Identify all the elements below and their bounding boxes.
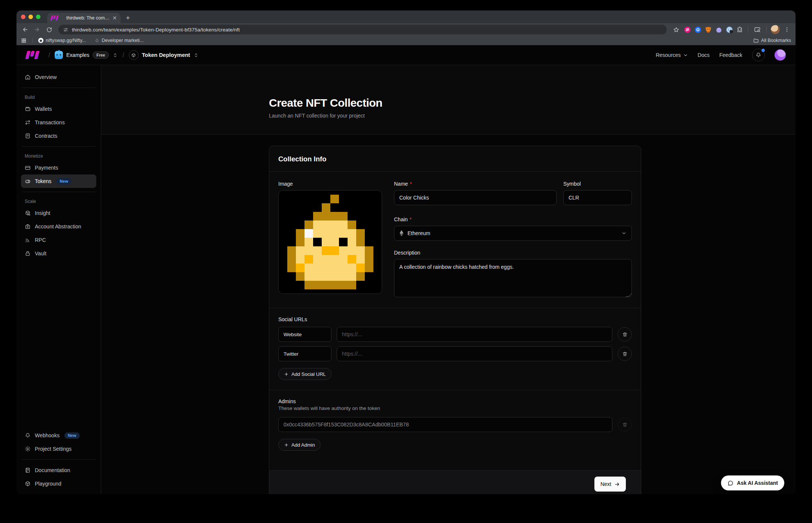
browser-tab[interactable]: thirdweb: The complete web3 ✕	[47, 13, 121, 23]
sidebar-section-label: Build	[25, 95, 93, 100]
extension-blue-dot-icon[interactable]	[694, 25, 702, 34]
bookmark-star-icon[interactable]	[671, 25, 681, 34]
site-settings-icon[interactable]	[63, 27, 69, 33]
sidebar-item-playground[interactable]: Playground	[21, 477, 96, 490]
delete-social-url-button[interactable]	[618, 347, 632, 361]
collection-image-upload[interactable]	[278, 190, 382, 294]
minimize-window-button[interactable]	[28, 15, 33, 19]
name-field: Name*	[394, 181, 557, 205]
sidebar-item-label: Wallets	[35, 106, 52, 112]
chain-select[interactable]: Ethereum	[394, 226, 632, 241]
book-icon	[25, 467, 31, 473]
social-url-input[interactable]	[337, 346, 612, 361]
ask-ai-assistant-button[interactable]: Ask AI Assistant	[721, 475, 784, 490]
toolbar-divider	[748, 26, 748, 33]
zoom-window-button[interactable]	[36, 15, 40, 19]
docs-link[interactable]: Docs	[698, 52, 710, 58]
browser-menu-icon[interactable]	[782, 25, 792, 34]
description-textarea[interactable]: A collection of rainbow chicks hatched f…	[394, 259, 632, 297]
chain-field: Chain* Ethereum	[394, 216, 632, 241]
add-admin-button[interactable]: Add Admin	[278, 439, 321, 451]
feedback-label: Feedback	[719, 52, 742, 58]
sidebar-item-wallets[interactable]: Wallets	[21, 102, 96, 116]
browser-profile-avatar[interactable]	[771, 25, 780, 34]
url-bar[interactable]: thirdweb.com/team/examples/Token-Deploym…	[58, 25, 667, 34]
extensions-puzzle-icon[interactable]	[736, 25, 744, 34]
admin-address-input[interactable]	[278, 417, 612, 432]
close-window-button[interactable]	[21, 15, 25, 19]
sidebar-item-rpc[interactable]: RPC	[21, 233, 96, 247]
next-button[interactable]: Next	[594, 477, 626, 492]
name-input[interactable]	[394, 190, 557, 205]
sidebar-item-vault[interactable]: Vault	[21, 247, 96, 260]
metamask-icon[interactable]	[704, 25, 712, 34]
symbol-input[interactable]	[563, 190, 632, 205]
sidebar: Overview Build Wallets Trans	[16, 65, 101, 494]
sidebar-section-label: Scale	[25, 199, 93, 204]
sidebar-item-account-abstraction[interactable]: Account Abstraction	[21, 220, 96, 233]
delete-admin-button[interactable]	[618, 417, 632, 432]
bell-icon	[755, 52, 761, 58]
browser-window: thirdweb: The complete web3 ✕ + thirdweb…	[16, 10, 796, 494]
feedback-link[interactable]: Feedback	[719, 52, 742, 58]
social-platform-input[interactable]	[278, 327, 331, 342]
add-social-url-button[interactable]: Add Social URL	[278, 368, 331, 380]
social-url-input[interactable]	[337, 327, 612, 342]
sidebar-item-label: Account Abstraction	[35, 224, 81, 229]
delete-social-url-button[interactable]	[618, 327, 632, 341]
extension-clock-icon[interactable]	[725, 25, 733, 34]
bookmark-label: niftyswap.gg/Nifty...	[46, 38, 86, 43]
sidebar-item-overview[interactable]: Overview	[21, 70, 96, 84]
sidebar-item-webhooks[interactable]: Webhooks New	[21, 429, 96, 442]
chevrons-up-down-icon[interactable]	[112, 52, 118, 58]
cube-search-icon	[25, 210, 31, 216]
sidebar-divider	[22, 88, 96, 88]
bookmark-item[interactable]: niftyswap.gg/Nifty...	[38, 38, 86, 43]
bookmark-item[interactable]: Developer marketi...	[95, 38, 143, 43]
chevrons-up-down-icon[interactable]	[193, 52, 199, 58]
url-text: thirdweb.com/team/examples/Token-Deploym…	[72, 27, 240, 33]
extension-pink-icon[interactable]	[683, 25, 691, 34]
tab-search-icon[interactable]	[752, 25, 762, 34]
sidebar-item-insight[interactable]: Insight	[21, 206, 96, 220]
sidebar-item-tokens[interactable]: Tokens New	[21, 174, 96, 188]
breadcrumb-slash: /	[48, 51, 50, 59]
card-title: Collection Info	[278, 155, 632, 163]
back-icon[interactable]	[20, 25, 30, 34]
phantom-icon[interactable]	[715, 25, 723, 34]
team-name: Examples	[66, 52, 89, 58]
tab-close-icon[interactable]: ✕	[112, 15, 117, 21]
project-selector[interactable]: Token Deployment	[129, 50, 199, 60]
signal-icon	[25, 237, 31, 243]
thirdweb-logo[interactable]	[26, 51, 39, 59]
sidebar-item-contracts[interactable]: Contracts	[21, 129, 96, 143]
social-platform-input[interactable]	[278, 346, 331, 361]
description-field: Description A collection of rainbow chic…	[394, 250, 632, 299]
collection-fields-section: Image Name*	[269, 172, 641, 308]
sidebar-item-label: Documentation	[35, 467, 70, 473]
next-label: Next	[600, 481, 611, 487]
apps-grid-icon[interactable]	[21, 38, 27, 43]
all-bookmarks-label: All Bookmarks	[761, 38, 791, 43]
new-tab-button[interactable]: +	[126, 13, 130, 23]
resources-menu[interactable]: Resources	[656, 52, 688, 58]
home-icon	[25, 74, 31, 80]
smart-wallet-icon	[25, 224, 31, 229]
account-avatar[interactable]	[775, 49, 786, 61]
team-avatar	[55, 51, 63, 59]
notifications-button[interactable]	[752, 49, 765, 61]
arrows-left-right-icon	[25, 119, 31, 125]
image-label: Image	[278, 181, 382, 187]
toolbar-divider	[766, 26, 767, 33]
forward-icon[interactable]	[32, 25, 42, 34]
all-bookmarks-button[interactable]: All Bookmarks	[753, 38, 791, 43]
sidebar-item-project-settings[interactable]: Project Settings	[21, 442, 96, 456]
sidebar-item-transactions[interactable]: Transactions	[21, 116, 96, 129]
ethereum-icon	[399, 230, 404, 237]
reload-icon[interactable]	[44, 25, 54, 34]
team-selector[interactable]: Examples Free	[55, 51, 118, 59]
page-title: Create NFT Collection	[269, 97, 781, 109]
arrow-right-icon	[614, 481, 620, 487]
sidebar-item-payments[interactable]: Payments	[21, 161, 96, 174]
sidebar-item-documentation[interactable]: Documentation	[21, 463, 96, 477]
